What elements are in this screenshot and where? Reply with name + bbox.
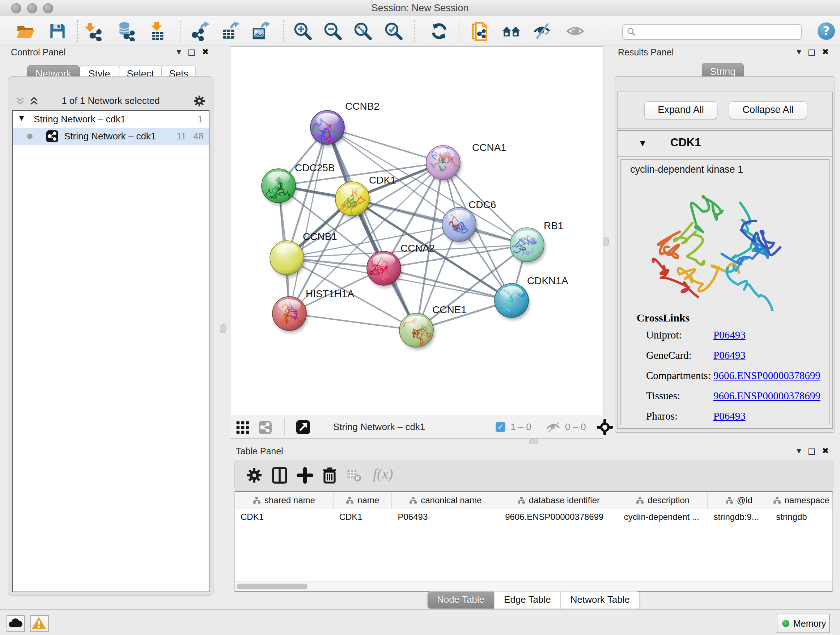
search-icon bbox=[627, 27, 636, 36]
export-image-button[interactable] bbox=[251, 21, 271, 41]
apply-layout-button[interactable] bbox=[429, 21, 449, 41]
panel-float-icon[interactable]: □ bbox=[808, 48, 815, 57]
separator bbox=[540, 420, 540, 434]
node-label-CCNB1: CCNB1 bbox=[303, 231, 337, 242]
zoom-in-button[interactable] bbox=[293, 21, 313, 41]
column-header-name[interactable]: name bbox=[333, 492, 392, 509]
warning-status-button[interactable] bbox=[30, 615, 49, 632]
memory-button[interactable]: Memory bbox=[777, 614, 830, 633]
expand-all-button[interactable]: Expand All bbox=[644, 101, 717, 119]
zoom-fit-button[interactable] bbox=[353, 21, 373, 41]
network-node-CCNB2[interactable] bbox=[308, 111, 346, 148]
tab-network-table[interactable]: Network Table bbox=[561, 591, 639, 609]
panel-menu-icon[interactable]: ▼ bbox=[177, 48, 181, 55]
show-columns-icon[interactable] bbox=[271, 467, 288, 484]
column-header-canonical-name[interactable]: canonical name bbox=[392, 492, 499, 509]
crosslink-link[interactable]: P06493 bbox=[714, 410, 745, 422]
panel-float-icon[interactable]: □ bbox=[188, 48, 195, 57]
network-edge-CDK1-RB1[interactable] bbox=[352, 199, 527, 245]
column-header-description[interactable]: description bbox=[618, 492, 708, 509]
column-header--id[interactable]: @id bbox=[707, 492, 770, 509]
splitter-handle-left[interactable] bbox=[220, 325, 226, 333]
table-cell[interactable]: cyclin-dependent ... bbox=[618, 509, 708, 525]
import-database-button[interactable] bbox=[116, 21, 136, 41]
open-session-button[interactable] bbox=[16, 21, 35, 41]
network-view-title: String Network – cdk1 bbox=[333, 421, 425, 432]
tab-node-table[interactable]: Node Table bbox=[427, 591, 494, 609]
selected-nodes-checkbox[interactable]: ✓ bbox=[496, 422, 505, 432]
column-header-label: description bbox=[647, 495, 690, 505]
import-network-button[interactable] bbox=[84, 21, 103, 41]
houses-icon bbox=[501, 21, 521, 41]
cloud-status-button[interactable] bbox=[6, 615, 25, 632]
crosslink-link[interactable]: P06493 bbox=[714, 349, 745, 361]
network-canvas[interactable]: CCNB2CCNA1CDC25BCDK1CDC6RB1CCNB1CCNA2CDK… bbox=[230, 46, 603, 416]
export-network-button[interactable] bbox=[190, 21, 210, 41]
network-node-RB1[interactable] bbox=[509, 228, 546, 264]
column-header-namespace[interactable]: namespace bbox=[770, 492, 832, 509]
results-panel-title: Results Panel bbox=[618, 47, 674, 57]
table-cell[interactable]: CDK1 bbox=[333, 509, 392, 525]
network-from-selection-button[interactable] bbox=[471, 21, 490, 41]
network-edge-HIST1H1A-CCNE1[interactable] bbox=[289, 314, 416, 330]
table-panel-title: Table Panel bbox=[236, 446, 283, 456]
table-panel-window-icons: ▼ □ ✖ bbox=[797, 446, 829, 455]
collapse-all-button[interactable]: Collapse All bbox=[729, 101, 807, 119]
network-edges bbox=[279, 127, 527, 330]
search-field[interactable] bbox=[639, 25, 799, 38]
table-row[interactable]: CDK1CDK1P064939606.ENSP00000378699cyclin… bbox=[235, 509, 832, 525]
grid-view-icon[interactable] bbox=[236, 421, 249, 434]
panel-close-icon[interactable]: ✖ bbox=[822, 446, 829, 455]
table-horizontal-scrollbar[interactable] bbox=[235, 581, 832, 591]
tab-edge-table[interactable]: Edge Table bbox=[494, 591, 561, 609]
zoom-out-button[interactable] bbox=[323, 21, 343, 41]
panel-menu-icon[interactable]: ▼ bbox=[797, 48, 801, 55]
network-view-mode-icon[interactable] bbox=[258, 421, 272, 434]
network-node-CCNE1[interactable] bbox=[399, 313, 435, 350]
protein-card-header[interactable]: ▼ CDK1 bbox=[617, 131, 832, 157]
network-edge-CCNB2-CCNE1[interactable] bbox=[327, 127, 416, 330]
delete-column-icon[interactable] bbox=[321, 467, 338, 484]
scrollbar-thumb[interactable] bbox=[237, 584, 308, 589]
titlebar: Session: New Session bbox=[0, 0, 840, 16]
crosslink-link[interactable]: P06493 bbox=[714, 329, 745, 340]
import-table-button[interactable] bbox=[148, 21, 168, 41]
table-cell[interactable]: CDK1 bbox=[235, 509, 333, 525]
table-cell[interactable]: stringdb bbox=[770, 509, 832, 525]
crosslink-link[interactable]: 9606.ENSP00000378699 bbox=[714, 390, 821, 402]
panel-menu-icon[interactable]: ▼ bbox=[797, 447, 801, 454]
zoom-in-icon bbox=[293, 21, 313, 41]
table-options-gear-icon[interactable] bbox=[246, 467, 263, 484]
add-column-icon[interactable] bbox=[296, 467, 314, 484]
panel-close-icon[interactable]: ✖ bbox=[202, 47, 209, 57]
panel-float-icon[interactable]: □ bbox=[808, 447, 815, 455]
network-node-HIST1H1A[interactable] bbox=[272, 296, 308, 333]
network-node-CCNA2[interactable] bbox=[367, 251, 402, 288]
help-button[interactable]: ? bbox=[818, 22, 835, 40]
section-disclosure-icon[interactable]: ▼ bbox=[640, 139, 645, 147]
table-cell[interactable]: 9606.ENSP00000378699 bbox=[499, 509, 618, 525]
search-input[interactable] bbox=[622, 24, 802, 40]
network-node-CDKN1A[interactable] bbox=[494, 282, 530, 320]
network-node-CDC25B[interactable] bbox=[262, 169, 297, 205]
disclosure-triangle-icon[interactable]: ▼ bbox=[19, 114, 24, 122]
crosslink-link[interactable]: 9606.ENSP00000378699 bbox=[714, 370, 821, 381]
tree-network-row-selected[interactable]: String Network – cdk1 11 48 bbox=[13, 128, 209, 145]
splitter-handle-bottom[interactable] bbox=[529, 439, 538, 444]
network-options-gear-icon[interactable] bbox=[193, 95, 206, 108]
column-header-shared-name[interactable]: shared name bbox=[235, 492, 333, 509]
panel-close-icon[interactable]: ✖ bbox=[822, 47, 829, 57]
table-cell[interactable]: P06493 bbox=[392, 509, 499, 525]
hide-selected-button[interactable] bbox=[532, 21, 552, 41]
column-header-database-identifier[interactable]: database identifier bbox=[499, 492, 618, 509]
network-edge-CCNB2-HIST1H1A[interactable] bbox=[289, 127, 327, 314]
birdseye-view-icon[interactable] bbox=[296, 420, 310, 434]
zoom-selected-button[interactable] bbox=[384, 21, 403, 41]
tree-root-row[interactable]: ▼ String Network – cdk1 1 bbox=[13, 111, 209, 128]
table-cell[interactable]: stringdb:9... bbox=[707, 509, 770, 525]
save-session-button[interactable] bbox=[48, 21, 67, 41]
string-home-button[interactable] bbox=[501, 21, 521, 41]
network-node-CCNA1[interactable] bbox=[426, 146, 462, 182]
export-table-button[interactable] bbox=[221, 21, 240, 41]
show-all-button-disabled[interactable] bbox=[565, 21, 585, 41]
